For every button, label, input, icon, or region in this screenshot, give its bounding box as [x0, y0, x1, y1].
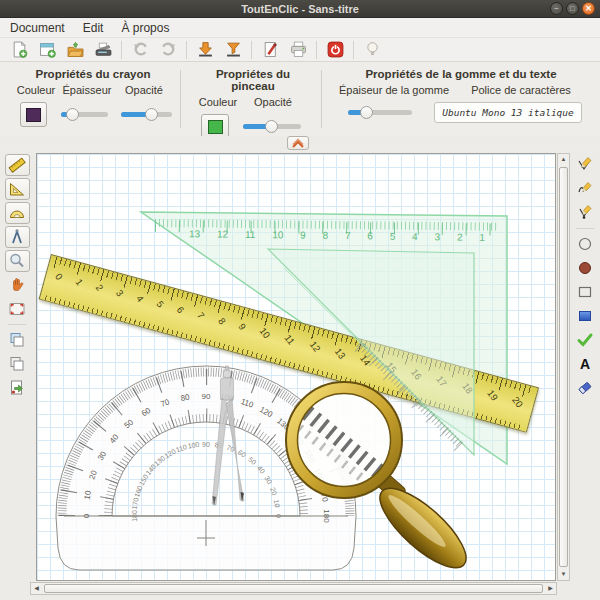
brush-color-label: Couleur — [193, 96, 243, 108]
ruler-icon — [8, 156, 26, 174]
pencil-color-button[interactable] — [20, 102, 47, 127]
rectangle-button[interactable] — [573, 281, 598, 303]
close-button[interactable]: ✕ — [582, 2, 595, 15]
vertical-scroll-thumb[interactable] — [559, 167, 568, 567]
pencil-title: Propriétés du crayon — [14, 68, 172, 80]
pencil-color-swatch — [26, 108, 41, 122]
pencil-opacity-knob[interactable] — [145, 108, 158, 121]
toolbar-separator — [186, 41, 187, 59]
open-folder-icon — [67, 41, 84, 58]
collapse-panel-button[interactable] — [287, 136, 309, 150]
filled-ellipse-button[interactable] — [573, 257, 598, 279]
pencil-thickness-slider[interactable] — [61, 112, 108, 117]
collapse-row — [0, 136, 600, 150]
toolbar-separator — [316, 41, 317, 59]
protractor-tool-button[interactable] — [5, 202, 30, 224]
main-toolbar — [0, 38, 600, 62]
redo-button[interactable] — [155, 39, 181, 61]
toolbar-separator — [353, 41, 354, 59]
set-square-tool-button[interactable] — [5, 178, 30, 200]
pencil-opacity-label: Opacité — [116, 84, 172, 96]
panel-separator — [321, 70, 322, 128]
protractor-icon — [8, 204, 26, 222]
menu-item[interactable]: À propos — [121, 21, 169, 35]
eraser-tool-button[interactable] — [573, 377, 598, 399]
insert-page-icon — [8, 379, 26, 397]
text-tool-button[interactable]: A — [573, 353, 598, 375]
quit-button[interactable] — [322, 39, 348, 61]
pan-hand-button[interactable] — [5, 274, 30, 296]
vertical-scrollbar[interactable]: ▲ ▼ — [557, 153, 570, 581]
copy-page-button[interactable] — [5, 353, 30, 375]
fullscreen-button[interactable] — [5, 298, 30, 320]
hand-icon — [8, 276, 26, 294]
pencil-properties: Propriétés du crayon Couleur Épaisseur O… — [14, 68, 172, 127]
left-tool-rail — [3, 154, 31, 399]
rail-separator — [576, 228, 594, 229]
pencil-thickness-label: Épaisseur — [58, 84, 116, 96]
undo-button[interactable] — [127, 39, 153, 61]
toolbar-separator — [121, 41, 122, 59]
menu-item[interactable]: Document — [10, 21, 65, 35]
pencil-opacity-slider[interactable] — [121, 112, 172, 117]
title-bar: ToutEnClic - Sans-titre − □ ✕ — [0, 0, 600, 18]
filled-rectangle-icon — [576, 307, 594, 325]
font-button[interactable]: Ubuntu Mono 13 italique — [434, 102, 582, 123]
brush-title: Propriétes du pinceau — [193, 68, 313, 92]
eraser-thickness-label: Épaiseur de la gomme — [332, 84, 456, 96]
brush-opacity-label: Opacité — [243, 96, 303, 108]
eraser-text-properties: Propriétés de la gomme et du texte Épais… — [332, 68, 590, 123]
window-title: ToutEnClic - Sans-titre — [0, 0, 600, 18]
chevron-up-icon — [290, 138, 306, 149]
brush-opacity-knob[interactable] — [265, 120, 278, 133]
ellipse-button[interactable] — [573, 233, 598, 255]
compass-icon — [8, 228, 26, 246]
properties-panel: Propriétés du crayon Couleur Épaisseur O… — [0, 62, 600, 136]
export-funnel-icon — [225, 41, 242, 58]
text-icon: A — [576, 355, 594, 373]
draw-line-button[interactable] — [573, 154, 598, 176]
validate-button[interactable] — [573, 329, 598, 351]
new-document-icon — [11, 41, 28, 58]
brush-opacity-slider[interactable] — [243, 124, 301, 129]
font-label: Police de caractères — [456, 84, 586, 96]
eraser-thickness-slider[interactable] — [348, 110, 412, 115]
panel-separator — [180, 70, 181, 128]
printer-icon — [290, 41, 307, 58]
maximize-button[interactable]: □ — [566, 2, 579, 15]
ruler-tool-button[interactable] — [5, 154, 30, 176]
filled-rectangle-button[interactable] — [573, 305, 598, 327]
export-button[interactable] — [220, 39, 246, 61]
magnifier-icon — [8, 252, 26, 270]
right-tool-rail: A — [572, 154, 598, 399]
scroll-left-button[interactable]: ◀ — [31, 583, 42, 594]
lightbulb-icon — [364, 41, 381, 58]
horizontal-scroll-thumb[interactable] — [44, 584, 543, 593]
compass-tool-button[interactable] — [5, 226, 30, 248]
menu-bar: DocumentEditÀ propos — [0, 18, 600, 38]
insert-page-button[interactable] — [5, 377, 30, 399]
scroll-right-button[interactable]: ▶ — [545, 583, 556, 594]
draw-freehand-button[interactable] — [573, 178, 598, 200]
drawing-canvas[interactable]: 13121110987654321 0102030405060708090100… — [36, 153, 556, 581]
eraser-thickness-knob[interactable] — [360, 106, 373, 119]
print-button[interactable] — [285, 39, 311, 61]
new-document-button[interactable] — [6, 39, 32, 61]
menu-item[interactable]: Edit — [83, 21, 104, 35]
magnifier-tool-button[interactable] — [5, 250, 30, 272]
minimize-button[interactable]: − — [550, 2, 563, 15]
draw-page-button[interactable] — [257, 39, 283, 61]
horizontal-scrollbar[interactable]: ◀ ▶ — [30, 582, 557, 595]
scroll-down-button[interactable]: ▼ — [558, 569, 569, 580]
duplicate-page-button[interactable] — [5, 329, 30, 351]
scroll-up-button[interactable]: ▲ — [558, 154, 569, 165]
open-button[interactable] — [62, 39, 88, 61]
new-view-button[interactable] — [34, 39, 60, 61]
save-button[interactable] — [192, 39, 218, 61]
scan-button[interactable] — [90, 39, 116, 61]
pencil-thickness-knob[interactable] — [66, 108, 79, 121]
compass — [212, 366, 244, 506]
about-button[interactable] — [359, 39, 385, 61]
copy-page-icon — [8, 355, 26, 373]
draw-point-button[interactable] — [573, 202, 598, 224]
